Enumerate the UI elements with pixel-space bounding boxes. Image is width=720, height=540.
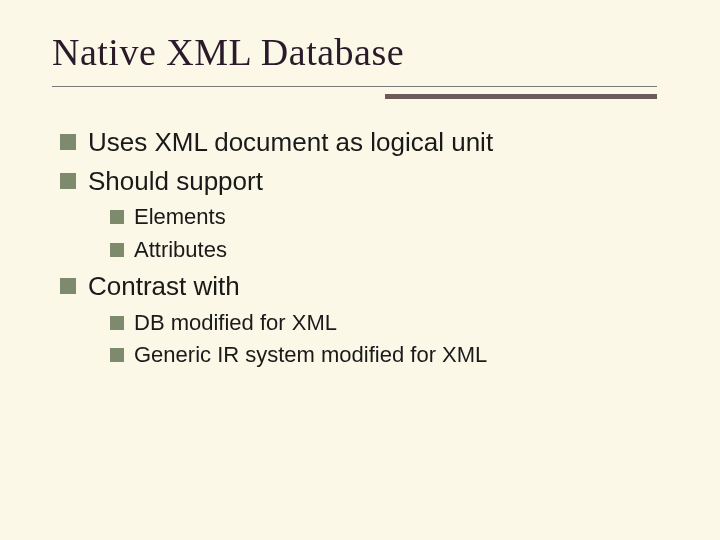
list-item-text: Uses XML document as logical unit <box>88 126 660 159</box>
list-item: DB modified for XML <box>110 309 660 338</box>
square-bullet-icon <box>110 348 124 362</box>
square-bullet-icon <box>60 173 76 189</box>
list-item-text: Generic IR system modified for XML <box>134 341 660 370</box>
slide: Native XML Database Uses XML document as… <box>0 0 720 540</box>
list-item: Generic IR system modified for XML <box>110 341 660 370</box>
square-bullet-icon <box>110 210 124 224</box>
square-bullet-icon <box>60 278 76 294</box>
list-item: Elements <box>110 203 660 232</box>
list-item-text: Elements <box>134 203 660 232</box>
title-underline-thin <box>52 86 657 87</box>
list-item: Attributes <box>110 236 660 265</box>
title-underline-thick <box>385 94 657 99</box>
list-item-text: DB modified for XML <box>134 309 660 338</box>
square-bullet-icon <box>60 134 76 150</box>
list-item: Contrast with <box>60 270 660 303</box>
list-item-text: Contrast with <box>88 270 660 303</box>
list-item-text: Should support <box>88 165 660 198</box>
list-item: Uses XML document as logical unit <box>60 126 660 159</box>
list-item: Should support <box>60 165 660 198</box>
slide-content: Uses XML document as logical unit Should… <box>60 120 660 374</box>
slide-title: Native XML Database <box>52 30 404 74</box>
square-bullet-icon <box>110 243 124 257</box>
square-bullet-icon <box>110 316 124 330</box>
list-item-text: Attributes <box>134 236 660 265</box>
